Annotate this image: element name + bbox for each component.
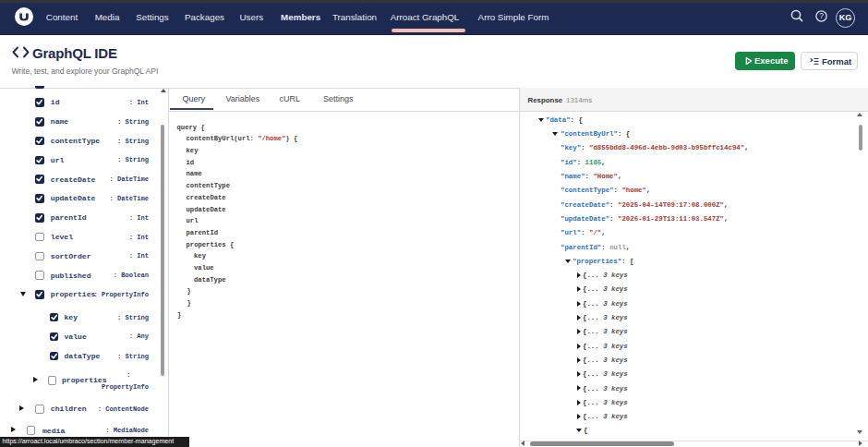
svg-text:?: ? bbox=[819, 11, 824, 20]
